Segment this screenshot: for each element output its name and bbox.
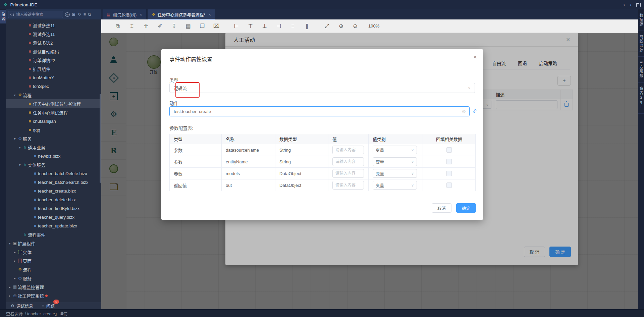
backfill-checkbox[interactable]	[446, 147, 452, 153]
value-input[interactable]	[332, 181, 364, 190]
rail-tab[interactable]: 三方服务	[638, 57, 644, 83]
rail-tab[interactable]: 离线资源	[638, 31, 644, 57]
expand-arrow-icon[interactable]: ▸	[12, 276, 17, 280]
value-input[interactable]	[332, 146, 364, 154]
pan-icon[interactable]: ✛	[143, 23, 149, 29]
value-type-select[interactable]: 变量∨	[373, 157, 417, 166]
zoom-out-icon[interactable]: ⊖	[352, 23, 358, 29]
tree-item[interactable]: teacher_update.bizx	[6, 221, 101, 230]
tree-item[interactable]: 任务中心测试流程	[6, 108, 101, 117]
zoom-in-icon[interactable]: ⊕	[338, 23, 344, 29]
editor-tab[interactable]: ✥任务中心测试参与者流程*×	[148, 9, 215, 19]
tree-item[interactable]: ▸实体	[6, 248, 101, 256]
rail-tab-resources[interactable]: 资源	[0, 10, 7, 23]
value-type-select[interactable]: 变量∨	[373, 146, 417, 154]
ai-icon[interactable]: AI	[65, 12, 70, 17]
type-select[interactable]: 逻辑流 ∨	[169, 83, 475, 93]
modal-close-icon[interactable]: ×	[473, 53, 477, 61]
expand-arrow-icon[interactable]: ▸	[12, 250, 17, 254]
nav-forward-icon[interactable]: ›	[630, 2, 632, 8]
collapse-all-icon[interactable]: ≡	[84, 12, 86, 17]
tree-item[interactable]: ▾▣扩展组件	[6, 239, 101, 248]
tree-item[interactable]: ▸⚙服务	[6, 274, 101, 282]
expand-arrow-icon[interactable]: ▾	[17, 163, 22, 167]
action-input[interactable]	[173, 109, 462, 114]
delete-icon[interactable]: ⌧	[213, 23, 219, 29]
duplicate-icon[interactable]: ❐	[199, 23, 205, 29]
tree-item[interactable]: ▾✥流程	[6, 91, 101, 99]
tree-item[interactable]: ▾⋔实体服务	[6, 160, 101, 169]
distribute-vertical-icon[interactable]: ≡	[290, 23, 296, 29]
tree-item[interactable]: ▾⋔通用业务	[6, 143, 101, 152]
tree-item[interactable]: teacher_delete.bizx	[6, 195, 101, 204]
tree-item[interactable]: ▾⚙服务	[6, 134, 101, 143]
tree-item[interactable]: newbiz.bizx	[6, 152, 101, 160]
expand-arrow-icon[interactable]: ▸	[7, 294, 12, 298]
nav-back-icon[interactable]: ‹	[623, 2, 625, 8]
tree-item[interactable]: 扩展组件	[6, 64, 101, 73]
expand-arrow-icon[interactable]: ▸	[12, 259, 17, 263]
distribute-horizontal-icon[interactable]: ∥	[304, 23, 310, 29]
value-type-select[interactable]: 变量∨	[373, 169, 417, 178]
download-icon[interactable]: ↧	[171, 23, 177, 29]
backfill-checkbox[interactable]	[446, 171, 452, 176]
tree-item[interactable]: tonSpec	[6, 82, 101, 91]
tree-item[interactable]: 测试多选11	[6, 21, 101, 30]
tree-item[interactable]: teacher_batchSearch.bizx	[6, 178, 101, 187]
copy-icon[interactable]: ⧉	[115, 23, 121, 29]
new-cube-icon[interactable]: ⊞	[72, 12, 75, 17]
close-icon[interactable]: ×	[140, 12, 142, 17]
tree-item[interactable]: ⋔流程事件	[6, 230, 101, 239]
tree-item[interactable]: chufashijian	[6, 117, 101, 125]
export-icon[interactable]: ⧉	[88, 12, 91, 17]
tree-item[interactable]: teacher_create.bizx	[6, 187, 101, 195]
search-box[interactable]	[8, 11, 63, 18]
rail-tab[interactable]: 数据源	[638, 9, 644, 31]
align-bottom-icon[interactable]: ⊥	[262, 23, 268, 29]
modal-ok-button[interactable]: 确定	[456, 203, 476, 213]
tree-item[interactable]: ✥流程	[6, 265, 101, 274]
close-icon[interactable]: ×	[208, 12, 211, 17]
tree-item[interactable]: tonMatterY	[6, 73, 101, 82]
tree-item[interactable]: qqq	[6, 125, 101, 134]
expand-arrow-icon[interactable]: ▾	[17, 146, 22, 149]
tree-item[interactable]: 测试自动编码	[6, 47, 101, 56]
tree-item[interactable]: teacher_findById.bizx	[6, 204, 101, 213]
fit-view-icon[interactable]: ⤢	[324, 23, 330, 29]
search-input[interactable]	[15, 12, 54, 17]
align-right-icon[interactable]: ⊣	[276, 23, 282, 29]
value-input[interactable]	[332, 157, 364, 166]
tree-item[interactable]: 任务中心测试参与者流程	[6, 99, 101, 108]
tree-scrollbar[interactable]	[100, 94, 101, 183]
tree-item[interactable]: ▸页面	[6, 256, 101, 265]
align-top-icon[interactable]: ⊤	[248, 23, 254, 29]
tree-item[interactable]: teacher_batchDelete.bizx	[6, 169, 101, 178]
document-icon[interactable]: ▤	[185, 23, 191, 29]
expand-arrow-icon[interactable]: ▸	[7, 285, 12, 289]
tree-item[interactable]: 测试多选2	[6, 38, 101, 47]
editor-tab[interactable]: ▤测试多选(树)×	[103, 9, 147, 19]
link-icon[interactable]: ∞	[471, 107, 479, 115]
tree-item[interactable]: 测试多选11	[6, 30, 101, 38]
value-type-select[interactable]: 变量∨	[373, 181, 417, 190]
clear-icon[interactable]: ⊗	[462, 109, 466, 114]
save-icon[interactable]	[636, 3, 641, 7]
expand-arrow-icon[interactable]: ▾	[7, 242, 12, 245]
tree-item[interactable]: ▸▦流程监控管理	[6, 282, 101, 291]
tree-item[interactable]: ▸⊕社工管理系统	[6, 291, 101, 300]
backfill-checkbox[interactable]	[446, 182, 452, 188]
modal-cancel-button[interactable]: 取消	[432, 203, 451, 213]
tree-item[interactable]: teacher_query.bizx	[6, 213, 101, 221]
pointer-icon[interactable]: ⌶	[129, 23, 135, 29]
backfill-checkbox[interactable]	[446, 159, 452, 164]
expand-arrow-icon[interactable]: ▾	[12, 137, 17, 141]
rail-tab[interactable]: 命名Sql	[638, 83, 644, 114]
debug-info-tab[interactable]: ⚙ 调试信息	[11, 303, 33, 309]
align-left-icon[interactable]: ⊢	[233, 23, 239, 29]
expand-arrow-icon[interactable]: ▾	[12, 93, 17, 97]
format-brush-icon[interactable]: ✐	[157, 23, 163, 29]
refresh-icon[interactable]: ↻	[78, 12, 81, 17]
value-input[interactable]	[332, 169, 364, 178]
tree-item[interactable]: 订单详情22	[6, 56, 101, 64]
problems-tab[interactable]: ≡ 问题 1	[42, 303, 55, 309]
